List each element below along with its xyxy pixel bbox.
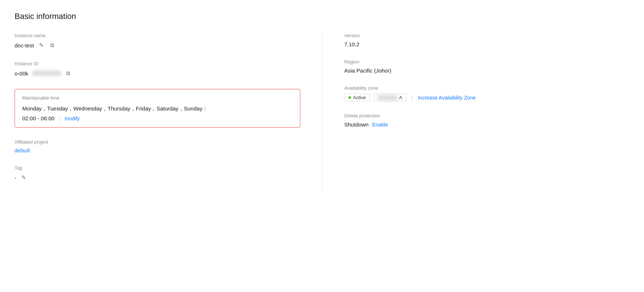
- maintainable-days: Monday，Tuesday，Wednesday，Thursday，Friday…: [22, 104, 293, 113]
- affiliated-project-block: Affiliated project default: [15, 139, 300, 153]
- edit-tag-button[interactable]: ✎: [20, 174, 28, 182]
- az-blurred: [378, 95, 398, 100]
- affiliated-project-label: Affiliated project: [15, 139, 300, 145]
- availability-zone-label: Availability zone: [344, 85, 630, 91]
- enable-delete-protection-link[interactable]: Enable: [372, 122, 388, 128]
- active-status-dot: [348, 96, 351, 99]
- instance-id-label: Instance ID: [15, 61, 300, 66]
- separator: |: [59, 115, 60, 121]
- active-label: Active: [353, 95, 366, 100]
- pipe-divider: |: [411, 94, 413, 101]
- instance-name-block: Instance name doc-test ✎ ⧉: [15, 33, 300, 49]
- copy-instance-name-button[interactable]: ⧉: [49, 41, 56, 49]
- instance-id-value-row: o-00k ⧉: [15, 69, 300, 77]
- region-value: Asia Pacific (Johor): [344, 67, 630, 74]
- instance-name-value-row: doc-test ✎ ⧉: [15, 41, 300, 49]
- instance-name-label: Instance name: [15, 33, 300, 38]
- left-column: Instance name doc-test ✎ ⧉ Instance ID o…: [15, 33, 322, 193]
- maintainable-time-value: 02:00 - 06:00: [22, 115, 54, 121]
- region-label: Region: [344, 59, 630, 65]
- instance-id-prefix: o-00k: [15, 70, 28, 77]
- active-status-badge: Active: [344, 94, 370, 101]
- tag-value: -: [15, 175, 16, 181]
- availability-zone-row: Active A | Increase Availability Zone: [344, 94, 630, 101]
- availability-zone-block: Availability zone Active A | Increase Av…: [344, 85, 630, 101]
- maintainable-time-block: Maintainable time Monday，Tuesday，Wednesd…: [15, 89, 300, 128]
- instance-id-blurred: [32, 71, 61, 76]
- instance-id-block: Instance ID o-00k ⧉: [15, 61, 300, 77]
- modify-maintainable-link[interactable]: modify: [65, 116, 79, 121]
- edit-instance-name-button[interactable]: ✎: [38, 41, 45, 49]
- tag-label: Tag: [15, 165, 300, 171]
- right-column: Version 7.10.2 Region Asia Pacific (Joho…: [322, 33, 630, 193]
- delete-protection-label: Delete protection: [344, 113, 630, 118]
- page-title: Basic information: [15, 12, 629, 21]
- version-block: Version 7.10.2: [344, 33, 630, 47]
- delete-protection-row: Shutdown Enable: [344, 121, 630, 128]
- affiliated-project-link[interactable]: default: [15, 148, 30, 153]
- delete-protection-block: Delete protection Shutdown Enable: [344, 113, 630, 128]
- version-value: 7.10.2: [344, 41, 630, 47]
- increase-availability-zone-link[interactable]: Increase Availability Zone: [418, 95, 476, 101]
- delete-protection-value: Shutdown: [344, 121, 369, 128]
- tag-value-row: - ✎: [15, 174, 300, 182]
- info-grid: Instance name doc-test ✎ ⧉ Instance ID o…: [15, 33, 629, 193]
- affiliated-project-value-row: default: [15, 148, 300, 153]
- copy-instance-id-button[interactable]: ⧉: [65, 69, 72, 77]
- page-container: Basic information Instance name doc-test…: [0, 0, 644, 292]
- tag-block: Tag - ✎: [15, 165, 300, 182]
- maintainable-time-row: 02:00 - 06:00 | modify: [22, 115, 293, 121]
- maintainable-time-label: Maintainable time: [22, 95, 293, 101]
- instance-name-value: doc-test: [15, 42, 34, 48]
- zone-label: A: [374, 94, 406, 101]
- region-block: Region Asia Pacific (Johor): [344, 59, 630, 74]
- version-label: Version: [344, 33, 630, 38]
- az-suffix: A: [399, 95, 402, 100]
